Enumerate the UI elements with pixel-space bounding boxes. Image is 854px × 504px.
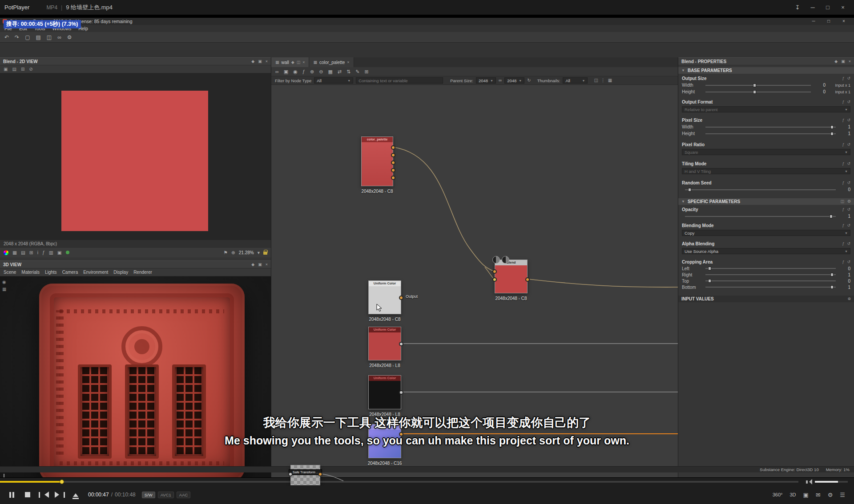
output-height-slider[interactable]: [705, 92, 811, 92]
function-icon[interactable]: ƒ: [842, 100, 844, 104]
edit-icon[interactable]: ✎: [355, 69, 359, 74]
close-icon[interactable]: ×: [836, 4, 850, 10]
graph-search-input[interactable]: [356, 77, 443, 84]
message-icon[interactable]: ✉: [816, 492, 821, 498]
tiling-mode-dropdown[interactable]: H and V Tiling ▼: [682, 168, 850, 174]
zoom-out-icon[interactable]: ⊖: [319, 69, 323, 74]
minimize-icon[interactable]: ─: [806, 4, 819, 10]
slider-handle[interactable]: [708, 267, 711, 270]
pin-window-icon[interactable]: ↧: [791, 4, 804, 10]
refresh-icon[interactable]: ↻: [527, 78, 531, 83]
blending-mode-dropdown[interactable]: Copy ▼: [682, 230, 850, 236]
parent-height-dropdown[interactable]: 2048 ▼: [504, 77, 524, 84]
alpha-blending-dropdown[interactable]: Use Source Alpha ▼: [682, 248, 850, 254]
link-icon[interactable]: ∞: [275, 69, 279, 74]
previous-button[interactable]: [36, 488, 52, 501]
reset-icon[interactable]: ↺: [847, 118, 850, 122]
reset-icon[interactable]: ↺: [847, 242, 850, 246]
grid-view-icon[interactable]: ▦: [608, 78, 612, 83]
input-connector[interactable]: [492, 277, 497, 282]
decoder-badge[interactable]: S/W: [142, 492, 155, 498]
node-uniform-color-white[interactable]: Uniform Color: [368, 280, 401, 314]
random-seed-slider[interactable]: [685, 189, 836, 190]
vr-360-button[interactable]: 360°: [773, 492, 783, 497]
node-uniform-color-black[interactable]: Uniform Color: [368, 375, 401, 409]
reset-icon[interactable]: ↺: [847, 208, 850, 212]
node-toggle-icon[interactable]: [502, 256, 509, 264]
speaker-icon[interactable]: [806, 479, 812, 484]
align-vertical-icon[interactable]: ⇅: [346, 69, 350, 74]
slider-handle[interactable]: [830, 285, 834, 289]
capture-icon[interactable]: ▣: [803, 492, 808, 498]
output-connector[interactable]: [399, 390, 403, 395]
video-codec-badge[interactable]: AVC1: [158, 492, 174, 498]
3d-mode-button[interactable]: 3D: [790, 492, 796, 497]
node-normal[interactable]: Normal: [368, 424, 401, 458]
specific-parameters-section[interactable]: ▼ SPECIFIC PARAMETERS ◫ ⚙: [678, 198, 854, 205]
reset-icon[interactable]: ↺: [847, 260, 850, 264]
slider-handle[interactable]: [753, 84, 756, 87]
input-values-section[interactable]: INPUT VALUES ⊕: [678, 296, 854, 302]
volume-slider[interactable]: [815, 481, 848, 483]
input-connector[interactable]: [288, 472, 293, 476]
slider-handle[interactable]: [688, 188, 691, 192]
seek-handle[interactable]: [60, 480, 64, 484]
zoom-in-icon[interactable]: ⊕: [310, 69, 314, 74]
pause-button[interactable]: [4, 488, 20, 501]
slider-handle[interactable]: [830, 273, 834, 276]
output-width-slider[interactable]: [705, 85, 811, 86]
function-icon[interactable]: ƒ: [842, 118, 844, 122]
pixel-ratio-dropdown[interactable]: Square ▼: [682, 149, 850, 155]
output-connector[interactable]: [399, 432, 403, 436]
output-connector[interactable]: [525, 277, 530, 282]
node-color-palette[interactable]: color_palette: [361, 136, 393, 186]
reset-icon[interactable]: ↺: [847, 181, 850, 185]
function-icon[interactable]: ƒ: [842, 208, 844, 212]
function-icon[interactable]: ƒ: [842, 224, 844, 228]
reset-icon[interactable]: ↺: [847, 76, 850, 80]
reset-icon[interactable]: ↺: [847, 100, 850, 104]
function-icon[interactable]: ƒ: [842, 162, 844, 166]
output-connector[interactable]: [399, 342, 403, 346]
preview-icon[interactable]: ◫: [594, 78, 598, 83]
settings-icon[interactable]: ⚙: [828, 492, 833, 498]
thumbnails-dropdown[interactable]: All ▼: [563, 77, 588, 84]
frame-icon[interactable]: ▣: [284, 69, 288, 74]
filter-type-dropdown[interactable]: All ▼: [314, 77, 353, 84]
slider-handle[interactable]: [830, 125, 834, 129]
reset-icon[interactable]: ↺: [847, 162, 850, 166]
view2d-canvas[interactable]: [0, 73, 271, 240]
tab-wall[interactable]: ▦ wall ◆ ◫ ×: [271, 57, 309, 67]
slider-handle[interactable]: [830, 132, 834, 136]
output-connector[interactable]: [318, 472, 322, 476]
split-tab-icon[interactable]: ◫: [297, 60, 301, 64]
audio-codec-badge[interactable]: AAC: [177, 492, 191, 498]
dots-icon[interactable]: ⋮: [601, 78, 605, 83]
pixel-width-slider[interactable]: [705, 127, 836, 128]
function-icon[interactable]: ƒ: [842, 181, 844, 185]
align-horizontal-icon[interactable]: ⇄: [338, 69, 342, 74]
slider-handle[interactable]: [753, 90, 756, 94]
open-file-button[interactable]: [68, 488, 84, 501]
parent-width-dropdown[interactable]: 2048 ▼: [476, 77, 496, 84]
frame-all-icon[interactable]: ⊞: [364, 69, 368, 74]
camera-icon[interactable]: ◉: [293, 69, 298, 74]
output-connector[interactable]: [391, 145, 395, 150]
function-icon[interactable]: ƒ: [842, 242, 844, 246]
add-icon[interactable]: ⊕: [847, 297, 851, 301]
playlist-icon[interactable]: ☰: [840, 492, 845, 498]
function-icon[interactable]: ƒ: [842, 76, 844, 80]
crop-left-slider[interactable]: [705, 268, 836, 269]
pixel-height-slider[interactable]: [705, 133, 836, 134]
node-blend[interactable]: Blend: [495, 260, 528, 293]
next-button[interactable]: [52, 488, 68, 501]
preset-icon[interactable]: ◫: [840, 200, 844, 204]
slider-handle[interactable]: [708, 279, 711, 283]
output-format-dropdown[interactable]: Relative to parent ▼: [682, 106, 850, 112]
output-connector[interactable]: [399, 296, 403, 300]
function-icon[interactable]: ƒ: [302, 69, 305, 74]
function-icon[interactable]: ƒ: [842, 260, 844, 264]
opacity-slider[interactable]: [685, 216, 836, 217]
base-parameters-section[interactable]: ▼ BASE PARAMETERS: [678, 67, 854, 74]
grid-icon[interactable]: ▦: [328, 69, 332, 74]
